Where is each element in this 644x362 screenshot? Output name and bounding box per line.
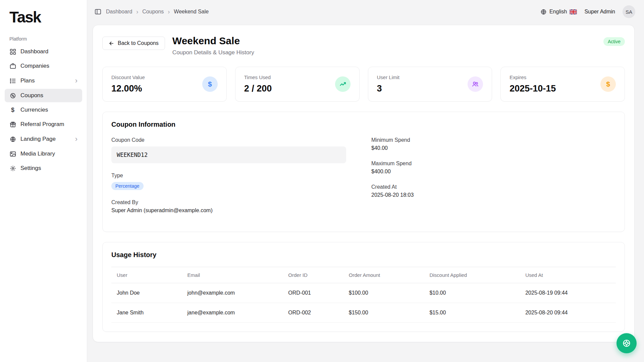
stat-label: Expires (509, 74, 556, 80)
coupon-information-grid: Coupon Code WEEKEND12 Type Percentage Cr… (111, 137, 616, 223)
sidebar-item-label: Companies (20, 63, 49, 69)
column-header-email: Email (182, 267, 283, 283)
usage-history-title: Usage History (111, 251, 616, 259)
cell-user: John Doe (111, 283, 182, 303)
back-to-coupons-button[interactable]: Back to Coupons (102, 37, 165, 50)
stat-card-discount-value: Discount Value 12.00% $ (102, 67, 227, 102)
created-at-field: Created At 2025-08-20 18:03 (371, 184, 616, 198)
app-logo: Task (5, 5, 82, 36)
sidebar-item-companies[interactable]: Companies (5, 59, 82, 73)
sidebar-item-referral-program[interactable]: Referral Program (5, 118, 82, 131)
breadcrumb-dashboard[interactable]: Dashboard (106, 9, 132, 15)
stat-label: Times Used (244, 74, 272, 80)
sidebar-item-plans[interactable]: Plans › (5, 74, 82, 88)
column-header-discount-applied: Discount Applied (424, 267, 520, 283)
coupon-detail-card: Back to Coupons Weekend Sale Coupon Deta… (93, 25, 635, 342)
maximum-spend-value: $400.00 (371, 169, 616, 175)
coupon-information-card: Coupon Information Coupon Code WEEKEND12… (102, 112, 625, 232)
minimum-spend-field: Minimum Spend $40.00 (371, 137, 616, 151)
sidebar-item-currencies[interactable]: $ Currencies (5, 103, 82, 117)
uk-flag-icon (570, 9, 577, 14)
floating-action-button[interactable] (616, 333, 637, 353)
sidebar-section-label: Platform (5, 36, 82, 45)
coupon-code-field: Coupon Code WEEKEND12 (111, 137, 356, 163)
avatar[interactable]: SA (623, 5, 635, 18)
main-area: Dashboard › Coupons › Weekend Sale Engli… (87, 0, 644, 362)
image-icon (9, 150, 16, 157)
lifebuoy-icon (622, 339, 631, 348)
dollar-circle-icon: $ (600, 76, 616, 92)
cell-used-at: 2025-08-19 09:44 (520, 283, 616, 303)
topbar-right: English Super Admin SA (540, 5, 635, 18)
minimum-spend-label: Minimum Spend (371, 137, 616, 143)
type-label: Type (111, 173, 356, 179)
chevron-right-icon: › (75, 135, 77, 143)
sidebar-item-media-library[interactable]: Media Library (5, 147, 82, 161)
column-header-order-amount: Order Amount (343, 267, 424, 283)
sidebar-toggle-icon[interactable] (95, 8, 101, 15)
topbar: Dashboard › Coupons › Weekend Sale Engli… (87, 0, 644, 23)
chevron-right-icon: › (75, 77, 77, 84)
users-icon (468, 76, 483, 92)
table-header-row: User Email Order ID Order Amount Discoun… (111, 267, 616, 283)
stat-value: 12.00% (111, 83, 145, 94)
language-selector[interactable]: English (540, 9, 577, 15)
arrow-left-icon (109, 41, 114, 46)
usage-history-card: Usage History User Email Order ID Order … (102, 242, 625, 332)
globe-icon (9, 136, 16, 142)
sidebar-item-label: Settings (20, 165, 41, 172)
trending-up-icon (335, 76, 351, 92)
grid-icon (9, 48, 16, 55)
briefcase-icon (9, 63, 16, 69)
sidebar-item-label: Coupons (20, 92, 43, 99)
cell-discount-applied: $15.00 (424, 303, 520, 323)
maximum-spend-field: Maximum Spend $400.00 (371, 161, 616, 175)
sidebar-item-landing-page[interactable]: Landing Page › (5, 132, 82, 146)
usage-history-table: User Email Order ID Order Amount Discoun… (111, 267, 616, 323)
language-label: English (549, 9, 567, 15)
page-header: Back to Coupons Weekend Sale Coupon Deta… (102, 35, 625, 56)
coupon-code-value: WEEKEND12 (111, 146, 346, 163)
dollar-circle-icon: $ (202, 76, 218, 92)
stat-label: Discount Value (111, 74, 145, 80)
cell-email: jane@example.com (182, 303, 283, 323)
created-at-label: Created At (371, 184, 616, 190)
sidebar-item-coupons[interactable]: Coupons (5, 89, 82, 102)
status-badge: Active (603, 37, 625, 46)
stat-card-user-limit: User Limit 3 (368, 67, 492, 102)
breadcrumb-coupons[interactable]: Coupons (142, 9, 164, 15)
page-title: Weekend Sale (172, 35, 254, 47)
cell-discount-applied: $10.00 (424, 283, 520, 303)
coupon-info-left-column: Coupon Code WEEKEND12 Type Percentage Cr… (111, 137, 356, 223)
stat-value: 3 (377, 83, 400, 94)
created-by-value: Super Admin (superadmin@example.com) (111, 207, 356, 214)
stat-label: User Limit (377, 74, 400, 80)
stat-value: 2025-10-15 (509, 83, 556, 94)
stat-cards: Discount Value 12.00% $ Times Used 2 / 2… (102, 67, 625, 102)
maximum-spend-label: Maximum Spend (371, 161, 616, 167)
globe-icon (540, 9, 547, 15)
cell-user: Jane Smith (111, 303, 182, 323)
coupon-info-right-column: Minimum Spend $40.00 Maximum Spend $400.… (371, 137, 616, 223)
coupon-information-title: Coupon Information (111, 121, 616, 128)
stat-card-times-used: Times Used 2 / 200 (235, 67, 360, 102)
column-header-user: User (111, 267, 182, 283)
back-button-label: Back to Coupons (118, 40, 159, 46)
column-header-used-at: Used At (520, 267, 616, 283)
list-icon (9, 77, 16, 84)
cell-order-amount: $150.00 (343, 303, 424, 323)
sidebar-item-settings[interactable]: Settings (5, 162, 82, 175)
stat-value: 2 / 200 (244, 83, 272, 94)
created-by-label: Created By (111, 199, 356, 205)
sidebar-item-label: Plans (20, 77, 35, 84)
user-name[interactable]: Super Admin (584, 9, 615, 15)
coupon-code-label: Coupon Code (111, 137, 356, 143)
sidebar: Task Platform Dashboard Companies Plans … (0, 0, 87, 362)
table-row: John Doe john@example.com ORD-001 $100.0… (111, 283, 616, 303)
sidebar-item-label: Landing Page (20, 136, 56, 142)
column-header-order-id: Order ID (283, 267, 343, 283)
page-title-block: Weekend Sale Coupon Details & Usage Hist… (172, 35, 254, 56)
created-at-value: 2025-08-20 18:03 (371, 192, 616, 198)
sidebar-item-dashboard[interactable]: Dashboard (5, 45, 82, 58)
sidebar-item-label: Referral Program (20, 121, 64, 128)
